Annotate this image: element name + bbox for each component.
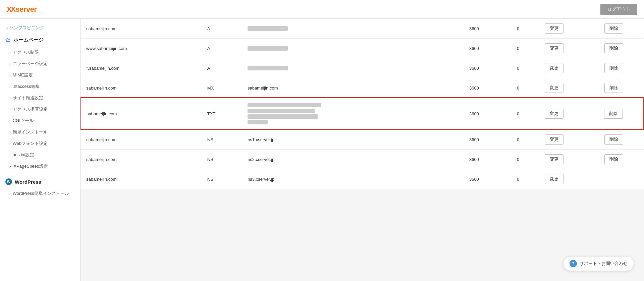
dns-type: NS (202, 169, 242, 189)
delete-button[interactable]: 削除 (604, 134, 623, 145)
dns-value: ns3.xserver.jp (242, 169, 430, 189)
table-row-highlighted: sabameijin.com TXT 3600 0 (81, 98, 644, 129)
arrow-icon: › (9, 62, 11, 66)
label: Webフォント設定 (13, 140, 48, 147)
arrow-icon: › (9, 191, 11, 195)
dns-delete-cell: 削除 (584, 129, 644, 150)
dns-value (242, 19, 430, 39)
change-button[interactable]: 変更 (545, 83, 564, 93)
sidebar-item-access-control[interactable]: › アクセス制限 (0, 47, 80, 58)
dns-priority: 0 (484, 39, 525, 58)
table-row: www.sabameijin.com A 3600 0 変更 削除 (81, 39, 644, 58)
sidebar-top-label: ソンフスビニング (9, 25, 44, 31)
sidebar-item-xpagespeed[interactable]: × XPageSpeed設定 (0, 161, 80, 172)
dns-priority: 0 (484, 169, 525, 189)
table-row: *.sabameijin.com A 3600 0 変更 削除 (81, 58, 644, 78)
dns-delete-cell: 削除 (584, 58, 644, 78)
homepage-section-label: ホームページ (13, 37, 44, 43)
header: XXserver ログアウト (0, 0, 644, 19)
sidebar-item-error-page[interactable]: › エラーページ設定 (0, 58, 80, 69)
main-content: sabameijin.com A 3600 0 変更 削除 (80, 19, 644, 281)
dns-table-wrapper: sabameijin.com A 3600 0 変更 削除 (80, 19, 644, 189)
dns-type: MX (202, 78, 242, 98)
change-button[interactable]: 変更 (545, 134, 564, 145)
label: アクセス拒否設定 (13, 106, 48, 112)
dns-delete-cell: 削除 (584, 39, 644, 58)
change-button[interactable]: 変更 (545, 43, 564, 53)
delete-button[interactable]: 削除 (604, 154, 623, 164)
change-button[interactable]: 変更 (545, 154, 564, 164)
dns-value: ns1.xserver.jp (242, 129, 430, 150)
logo: XXserver (7, 5, 37, 14)
table-row: sabameijin.com NS ns1.xserver.jp 3600 0 … (81, 129, 644, 150)
change-button[interactable]: 変更 (545, 63, 564, 73)
blurred-value (248, 66, 288, 70)
folder-icon: 🗂 (5, 37, 11, 43)
sidebar-homepage-header: 🗂 ホームページ (0, 34, 80, 47)
label: CGIツール (13, 118, 34, 124)
label: MIME設定 (13, 72, 33, 78)
dns-change-cell: 変更 (525, 129, 584, 150)
delete-button[interactable]: 削除 (604, 109, 623, 119)
change-button[interactable]: 変更 (545, 109, 564, 119)
blurred-value (248, 103, 321, 107)
sidebar-item-mime[interactable]: › MIME設定 (0, 69, 80, 81)
dns-ttl: 3600 (430, 150, 484, 169)
sidebar-item-redirect[interactable]: › サイト転送設定 (0, 92, 80, 104)
sidebar-item-htaccess[interactable]: › .htaccess編集 (0, 81, 80, 92)
dns-type: A (202, 39, 242, 58)
dns-name: sabameijin.com (81, 150, 202, 169)
label: 簡単インストール (13, 129, 48, 135)
dns-type: NS (202, 129, 242, 150)
arrow-icon: › (9, 96, 11, 100)
sidebar-item-cgi[interactable]: › CGIツール (0, 115, 80, 126)
label: WordPress簡単インストール (13, 190, 69, 196)
dns-value: sabameijin.com (242, 78, 430, 98)
label: アクセス制限 (13, 49, 39, 55)
change-button[interactable]: 変更 (545, 23, 564, 34)
table-row: sabameijin.com NS ns3.xserver.jp 3600 0 … (81, 169, 644, 189)
wordpress-section-label: WordPress (15, 179, 41, 185)
delete-button[interactable]: 削除 (604, 43, 623, 53)
delete-button[interactable]: 削除 (604, 63, 623, 73)
sidebar-item-easy-install[interactable]: › 簡単インストール (0, 126, 80, 138)
dns-change-cell: 変更 (525, 78, 584, 98)
dns-name: www.sabameijin.com (81, 39, 202, 58)
dns-ttl: 3600 (430, 58, 484, 78)
delete-button[interactable]: 削除 (604, 83, 623, 93)
dns-name: sabameijin.com (81, 78, 202, 98)
dns-priority: 0 (484, 19, 525, 39)
logout-button[interactable]: ログアウト (600, 4, 637, 15)
support-icon: ? (570, 260, 577, 267)
dns-type: TXT (202, 98, 242, 129)
dns-delete-cell: 削除 (584, 78, 644, 98)
dns-ttl: 3600 (430, 39, 484, 58)
table-row: sabameijin.com A 3600 0 変更 削除 (81, 19, 644, 39)
sidebar-item-webfont[interactable]: › Webフォント設定 (0, 138, 80, 149)
support-label: サポート・お問い合わせ (580, 261, 628, 267)
dns-delete-cell: 削除 (584, 19, 644, 39)
dns-ttl: 3600 (430, 78, 484, 98)
table-row: sabameijin.com MX sabameijin.com 3600 0 … (81, 78, 644, 98)
sidebar-item-ads-txt[interactable]: › ads.txt設定 (0, 149, 80, 161)
dns-ttl: 3600 (430, 169, 484, 189)
dns-change-cell: 変更 (525, 19, 584, 39)
sidebar-wordpress-header: W WordPress (0, 174, 80, 188)
dns-value (242, 98, 430, 129)
wordpress-icon: W (5, 178, 12, 185)
delete-button[interactable]: 削除 (604, 23, 623, 34)
dns-type: A (202, 19, 242, 39)
sidebar-item-deny[interactable]: › アクセス拒否設定 (0, 104, 80, 115)
arrow-icon: × (9, 164, 11, 168)
sidebar-top-item[interactable]: › ソンフスビニング (0, 22, 80, 34)
label: ads.txt設定 (13, 152, 34, 158)
arrow-icon: › (9, 153, 11, 157)
label: エラーページ設定 (13, 61, 48, 67)
support-button[interactable]: ? サポート・お問い合わせ (563, 256, 634, 271)
arrow-icon: › (9, 107, 11, 111)
dns-type: A (202, 58, 242, 78)
change-button[interactable]: 変更 (545, 174, 564, 184)
layout: › ソンフスビニング 🗂 ホームページ › アクセス制限 › エラーページ設定 … (0, 19, 644, 281)
label: .htaccess編集 (13, 83, 40, 90)
sidebar-item-wp-install[interactable]: › WordPress簡単インストール (0, 188, 80, 199)
